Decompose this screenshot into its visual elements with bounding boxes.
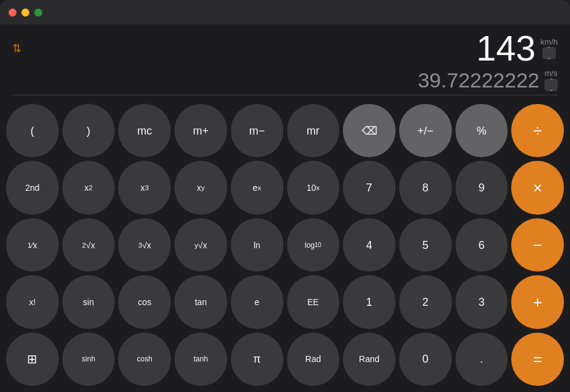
factorial-button[interactable]: x! [6,275,59,328]
log10-button[interactable]: log10 [287,218,340,272]
open-paren-button[interactable]: ( [6,104,59,157]
divide-button[interactable]: ÷ [511,104,564,157]
m-minus-button[interactable]: m− [231,104,283,157]
subtract-button[interactable]: − [511,218,564,272]
key-row-1: 2ndx2x3xyex10x789× [6,161,564,214]
key-row-2: 1⁄x2√x3√xy√xlnlog10456− [6,218,564,272]
x-to-y-button[interactable]: xy [174,161,227,214]
yth-root-button[interactable]: y√x [174,218,227,272]
mr-button[interactable]: mr [287,104,340,157]
display-area: ⇅ 143 km/h ⌃⌄ 39.72222222 m/s ⌃⌄ [0,24,570,99]
one-button[interactable]: 1 [343,275,396,328]
one-over-x-button[interactable]: 1⁄x [6,218,59,272]
rad-button[interactable]: Rad [287,333,340,386]
equals-button[interactable]: = [511,333,564,386]
five-button[interactable]: 5 [399,218,452,272]
two-button[interactable]: 2 [399,275,452,328]
close-button[interactable] [9,9,17,17]
m-plus-button[interactable]: m+ [174,104,227,157]
primary-unit-selector[interactable]: km/h ⌃⌄ [541,38,558,59]
add-button[interactable]: + [511,275,564,328]
x-cubed-button[interactable]: x3 [118,161,171,214]
cbrt-button[interactable]: 3√x [118,218,171,272]
euler-button[interactable]: e [231,275,283,328]
rand-button[interactable]: Rand [343,333,396,386]
decimal-button[interactable]: . [456,333,508,386]
traffic-lights [9,9,42,17]
cosh-button[interactable]: cosh [118,333,171,386]
zero-button[interactable]: 0 [399,333,452,386]
tanh-button[interactable]: tanh [174,333,227,386]
seven-button[interactable]: 7 [343,161,396,214]
sort-icon[interactable]: ⇅ [12,43,21,54]
calculator-window: ⇅ 143 km/h ⌃⌄ 39.72222222 m/s ⌃⌄ ()mcm+m… [0,0,570,392]
secondary-value: 39.72222222 [418,70,539,91]
key-row-4: ⊞sinhcoshtanhπRadRand0.= [6,333,564,386]
key-row-3: x!sincostaneEE123+ [6,275,564,328]
key-row-0: ()mcm+m−mr⌫+/−%÷ [6,104,564,157]
sqrt-button[interactable]: 2√x [62,218,115,272]
multiply-button[interactable]: × [511,161,564,214]
e-to-x-button[interactable]: ex [231,161,283,214]
keypad: ()mcm+m−mr⌫+/−%÷2ndx2x3xyex10x789×1⁄x2√x… [0,99,570,392]
x-squared-button[interactable]: x2 [62,161,115,214]
ee-button[interactable]: EE [287,275,340,328]
title-bar [0,0,570,24]
close-paren-button[interactable]: ) [62,104,115,157]
primary-value: 143 [476,31,536,66]
display-divider [12,95,558,95]
percent-button[interactable]: % [456,104,508,157]
nine-button[interactable]: 9 [456,161,508,214]
grid-button[interactable]: ⊞ [6,333,59,386]
second-button[interactable]: 2nd [6,161,59,214]
secondary-unit-stepper[interactable]: ⌃⌄ [544,79,558,91]
primary-unit-stepper[interactable]: ⌃⌄ [542,47,556,59]
cos-button[interactable]: cos [118,275,171,328]
secondary-unit-label: m/s [545,68,558,78]
six-button[interactable]: 6 [456,218,508,272]
eight-button[interactable]: 8 [399,161,452,214]
ln-button[interactable]: ln [231,218,283,272]
minimize-button[interactable] [21,9,29,17]
four-button[interactable]: 4 [343,218,396,272]
ten-to-x-button[interactable]: 10x [287,161,340,214]
mc-button[interactable]: mc [118,104,171,157]
secondary-unit-selector[interactable]: m/s ⌃⌄ [544,68,558,91]
conversion-row: ⇅ 143 km/h ⌃⌄ [12,31,558,66]
maximize-button[interactable] [34,9,42,17]
sinh-button[interactable]: sinh [62,333,115,386]
sin-button[interactable]: sin [62,275,115,328]
primary-display-row: 143 km/h ⌃⌄ [476,31,558,66]
secondary-display-row: 39.72222222 m/s ⌃⌄ [12,68,558,91]
three-button[interactable]: 3 [456,275,508,328]
plus-minus-button[interactable]: +/− [399,104,452,157]
backspace-button[interactable]: ⌫ [343,104,396,157]
pi-button[interactable]: π [231,333,283,386]
tan-button[interactable]: tan [174,275,227,328]
